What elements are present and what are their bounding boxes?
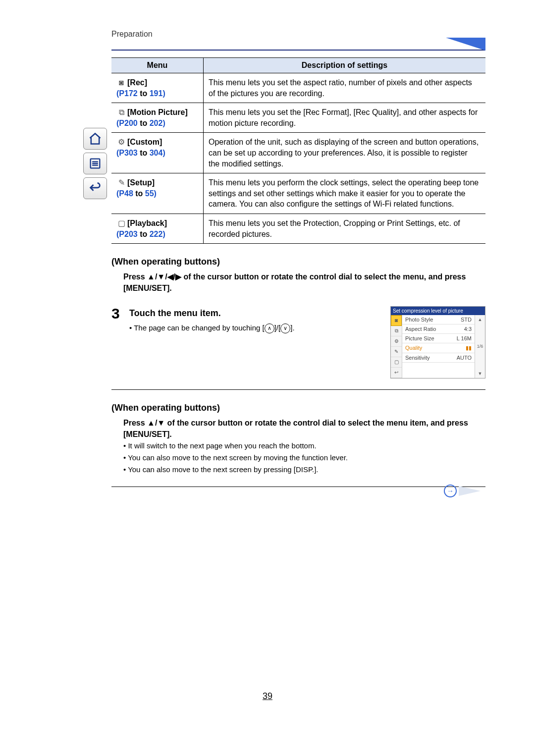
notes-list: • It will switch to the next page when y…: [123, 440, 485, 476]
menu-name: [Motion Picture]: [127, 108, 188, 116]
menu-name: [Rec]: [127, 78, 147, 87]
screenshot-title: Set compression level of picture: [391, 307, 485, 315]
page-ref-link[interactable]: (P200 to 202): [116, 119, 165, 127]
menu-icon: ⧉: [116, 107, 126, 118]
table-row: ▢[Playback](P203 to 222)This menu lets y…: [111, 214, 485, 243]
step-bullet: The page can be changed by touching [∧]/…: [129, 324, 381, 333]
section-heading-2: (When operating buttons): [111, 403, 485, 413]
step-number: 3: [111, 306, 129, 321]
list-item: Aspect Ratio4:3: [402, 324, 475, 334]
page-indicator: 1/6: [477, 344, 483, 349]
next-page-arrow[interactable]: →: [444, 485, 481, 497]
note-item: • You can also move to the next screen b…: [123, 464, 485, 476]
page-ref-link[interactable]: (P303 to 304): [116, 149, 165, 157]
section-instruction-2: Press ▲/▼ of the cursor button or rotate…: [123, 417, 485, 440]
scroll-up-icon: ▲: [478, 317, 482, 322]
table-row: ⚙[Custom](P303 to 304)Operation of the u…: [111, 133, 485, 173]
table-row: ◙[Rec](P172 to 191)This menu lets you se…: [111, 73, 485, 103]
menu-description: This menu lets you set the [Rec Format],…: [204, 103, 486, 133]
scroll-down-icon: ▼: [478, 371, 482, 376]
menu-icon: ✎: [116, 177, 126, 188]
note-item: • It will switch to the next page when y…: [123, 440, 485, 452]
menu-description: This menu lets you set the Protection, C…: [204, 214, 486, 243]
doc-nav-sidebar: [83, 128, 108, 202]
page-ref-link[interactable]: (P203 to 222): [116, 230, 165, 238]
tab-motion-icon: ⧉: [391, 326, 402, 336]
menu-name: [Custom]: [127, 138, 162, 146]
list-item: Picture SizeL 16M: [402, 334, 475, 343]
table-row: ✎[Setup](P48 to 55)This menu lets you pe…: [111, 173, 485, 214]
th-menu: Menu: [111, 58, 204, 73]
list-item: Quality▮▮: [402, 343, 475, 353]
menu-description: This menu lets you set the aspect ratio,…: [204, 73, 486, 103]
header-accent: [111, 42, 485, 51]
section-instruction: Press ▲/▼/◀/▶ of the cursor button or ro…: [123, 271, 485, 294]
home-button[interactable]: [83, 128, 107, 150]
up-icon: ∧: [265, 324, 274, 333]
table-row: ⧉[Motion Picture](P200 to 202)This menu …: [111, 103, 485, 133]
back-button[interactable]: [83, 177, 107, 199]
page-ref-link[interactable]: (P172 to 191): [116, 89, 165, 98]
down-icon: ∨: [280, 324, 290, 333]
tab-playback-icon: ▢: [391, 357, 402, 368]
step-title: Touch the menu item.: [129, 308, 381, 319]
menu-name: [Playback]: [127, 219, 167, 227]
menu-description: This menu lets you perform the clock set…: [204, 173, 486, 214]
menu-table: Menu Description of settings ◙[Rec](P172…: [111, 57, 485, 244]
note-item: • You can also move to the next screen b…: [123, 452, 485, 464]
menu-icon: ◙: [116, 77, 126, 88]
tab-setup-icon: ✎: [391, 347, 402, 357]
th-desc: Description of settings: [204, 58, 486, 73]
section-heading: (When operating buttons): [111, 257, 485, 267]
page-number: 39: [0, 691, 535, 702]
menu-name: [Setup]: [127, 178, 155, 187]
tab-custom-icon: ⚙: [391, 336, 402, 347]
contents-button[interactable]: [83, 153, 107, 174]
page-ref-link[interactable]: (P48 to 55): [116, 189, 157, 198]
breadcrumb: Preparation: [111, 30, 485, 39]
tab-rec-icon: ◙: [391, 315, 402, 326]
camera-menu-screenshot: Set compression level of picture ◙ ⧉ ⚙ ✎…: [390, 306, 485, 378]
list-item: Photo StyleSTD: [402, 315, 475, 324]
tab-return-icon: ↩: [391, 368, 402, 378]
menu-description: Operation of the unit, such as displayin…: [204, 133, 486, 173]
list-item: SensitivityAUTO: [402, 353, 475, 363]
menu-icon: ▢: [116, 218, 126, 229]
menu-icon: ⚙: [116, 137, 126, 148]
